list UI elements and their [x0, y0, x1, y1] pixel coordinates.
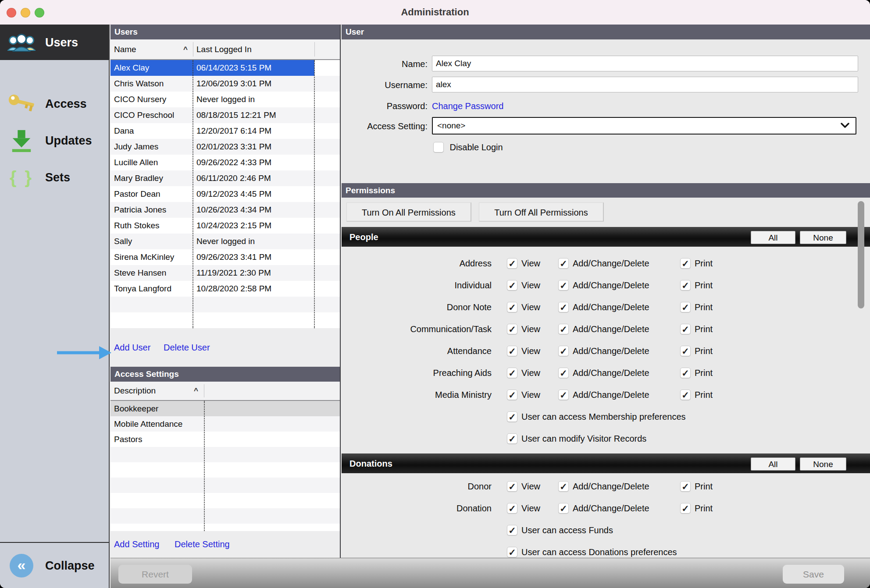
empty-row: [111, 297, 340, 312]
turn-on-all-permissions-button[interactable]: Turn On All Permissions: [346, 202, 471, 222]
add-setting-link[interactable]: Add Setting: [114, 539, 159, 549]
sidebar-item-sets[interactable]: { } Sets: [0, 159, 109, 195]
user-name-cell: CICO Preschool: [114, 110, 174, 120]
none-button[interactable]: None: [800, 231, 846, 244]
permission-category-label: Preaching Aids: [342, 368, 492, 378]
user-row[interactable]: Patricia Jones10/26/2023 4:34 PM: [111, 202, 340, 218]
option-label: User can access Membership preferences: [521, 412, 686, 422]
add-change-delete-checkbox[interactable]: ✓: [558, 302, 569, 312]
add-change-delete-checkbox[interactable]: ✓: [558, 324, 569, 334]
checkbox-label: Print: [695, 482, 713, 491]
user-name-cell: Tonya Langford: [114, 284, 171, 294]
checkbox-label: Print: [695, 324, 713, 334]
print-checkbox[interactable]: ✓: [680, 390, 691, 400]
none-button[interactable]: None: [800, 457, 846, 471]
view-checkbox[interactable]: ✓: [507, 346, 517, 356]
sidebar-item-users[interactable]: Users: [0, 25, 109, 60]
collapse-chevrons-icon[interactable]: «: [10, 554, 33, 577]
delete-setting-link[interactable]: Delete Setting: [175, 539, 230, 549]
user-row[interactable]: Judy James02/01/2023 3:31 PM: [111, 139, 340, 155]
username-field-row: Username:: [342, 76, 870, 94]
user-row[interactable]: Ruth Stokes10/24/2023 2:15 PM: [111, 218, 340, 234]
option-checkbox[interactable]: ✓: [507, 525, 517, 535]
user-row[interactable]: CICO NurseryNever logged in: [111, 92, 340, 107]
add-change-delete-checkbox[interactable]: ✓: [558, 390, 569, 400]
user-row[interactable]: Alex Clay06/14/2023 5:15 PM: [111, 60, 340, 76]
add-change-delete-checkbox[interactable]: ✓: [558, 258, 569, 269]
view-checkbox[interactable]: ✓: [507, 481, 517, 492]
add-user-link[interactable]: Add User: [114, 343, 150, 353]
print-checkbox[interactable]: ✓: [680, 368, 691, 378]
print-checkbox[interactable]: ✓: [680, 280, 691, 290]
user-name-cell: Ruth Stokes: [114, 221, 160, 230]
print-checkbox[interactable]: ✓: [680, 324, 691, 334]
user-row[interactable]: Mary Bradley06/11/2020 2:46 PM: [111, 170, 340, 186]
turn-off-all-permissions-button[interactable]: Turn Off All Permissions: [479, 202, 603, 222]
column-header-description[interactable]: Description: [114, 386, 156, 396]
sidebar-item-access[interactable]: Access: [0, 86, 109, 122]
delete-user-link[interactable]: Delete User: [164, 343, 210, 353]
collapse-label: Collapse: [45, 559, 95, 572]
user-row[interactable]: SallyNever logged in: [111, 234, 340, 249]
sort-ascending-icon: ^: [194, 386, 198, 395]
username-input[interactable]: [432, 77, 858, 92]
access-setting-select[interactable]: <none>: [432, 117, 856, 135]
checkbox-label: Print: [695, 259, 713, 268]
checkbox-label: Add/Change/Delete: [573, 482, 649, 491]
user-name-cell: Chris Watson: [114, 79, 164, 89]
add-change-delete-checkbox[interactable]: ✓: [558, 368, 569, 378]
user-row[interactable]: Chris Watson12/06/2019 3:01 PM: [111, 76, 340, 92]
view-checkbox[interactable]: ✓: [507, 258, 517, 269]
name-input[interactable]: [432, 56, 858, 71]
access-settings-links-strip: Add Setting Delete Setting: [111, 531, 340, 557]
view-checkbox[interactable]: ✓: [507, 324, 517, 334]
user-row[interactable]: Lucille Allen09/26/2022 4:33 PM: [111, 155, 340, 170]
user-row[interactable]: Tonya Langford10/28/2020 2:58 PM: [111, 281, 340, 297]
print-checkbox[interactable]: ✓: [680, 503, 691, 514]
print-checkbox[interactable]: ✓: [680, 302, 691, 312]
user-row[interactable]: Sirena McKinley09/26/2023 3:41 PM: [111, 249, 340, 265]
save-button[interactable]: Save: [783, 565, 844, 584]
view-checkbox[interactable]: ✓: [507, 390, 517, 400]
empty-row: [111, 508, 340, 524]
option-label: User can access Donations preferences: [521, 547, 677, 557]
view-checkbox[interactable]: ✓: [507, 302, 517, 312]
permission-row: Media Ministry✓View✓Add/Change/Delete✓Pr…: [342, 384, 870, 406]
sidebar-item-updates[interactable]: Updates: [0, 123, 109, 159]
user-row[interactable]: Dana12/20/2017 6:14 PM: [111, 123, 340, 139]
access-settings-table-body: BookkeeperMobile AttendancePastors: [111, 401, 340, 531]
column-header-name[interactable]: Name: [114, 45, 136, 54]
access-setting-row[interactable]: Pastors: [111, 432, 340, 447]
user-row[interactable]: CICO Preschool08/18/2015 12:21 PM: [111, 107, 340, 123]
user-row[interactable]: Pastor Dean09/12/2023 4:45 PM: [111, 186, 340, 202]
users-links-strip: Add User Delete User: [111, 328, 340, 367]
column-header-last-logged-in[interactable]: Last Logged In: [196, 45, 252, 54]
vertical-scrollbar[interactable]: [858, 201, 864, 308]
collapse-row[interactable]: « Collapse: [0, 542, 109, 588]
last-logged-in-cell: 10/26/2023 4:34 PM: [196, 205, 271, 215]
all-button[interactable]: All: [751, 231, 795, 244]
disable-login-checkbox[interactable]: [433, 142, 444, 152]
view-checkbox[interactable]: ✓: [507, 368, 517, 378]
add-change-delete-checkbox[interactable]: ✓: [558, 503, 569, 514]
user-form: Name: Username: Password: Change Passwor…: [342, 39, 870, 183]
add-change-delete-checkbox[interactable]: ✓: [558, 481, 569, 492]
option-checkbox[interactable]: ✓: [507, 411, 517, 422]
all-button[interactable]: All: [751, 457, 795, 471]
change-password-link[interactable]: Change Password: [432, 101, 503, 111]
view-checkbox[interactable]: ✓: [507, 280, 517, 290]
add-change-delete-checkbox[interactable]: ✓: [558, 280, 569, 290]
access-setting-row[interactable]: Mobile Attendance: [111, 416, 340, 432]
option-checkbox[interactable]: ✓: [507, 547, 517, 557]
option-checkbox[interactable]: ✓: [507, 433, 517, 444]
revert-button[interactable]: Revert: [118, 565, 192, 584]
access-setting-row[interactable]: Bookkeeper: [111, 401, 340, 416]
user-row[interactable]: Steve Hansen11/19/2021 2:30 PM: [111, 265, 340, 281]
print-checkbox[interactable]: ✓: [680, 481, 691, 492]
print-checkbox[interactable]: ✓: [680, 258, 691, 269]
checkbox-label: Add/Change/Delete: [573, 280, 649, 290]
view-checkbox[interactable]: ✓: [507, 503, 517, 514]
print-checkbox[interactable]: ✓: [680, 346, 691, 356]
extra-permission-row: ✓User can access Donations preferences: [342, 541, 870, 558]
add-change-delete-checkbox[interactable]: ✓: [558, 346, 569, 356]
